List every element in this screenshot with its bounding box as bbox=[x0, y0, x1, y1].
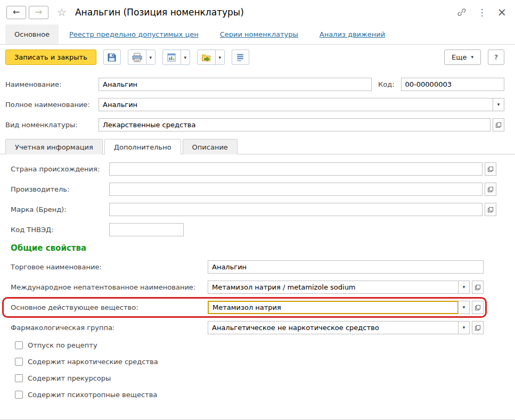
checkbox-prescription-label[interactable]: Отпуск по рецепту bbox=[28, 341, 97, 349]
manufacturer-choose-button[interactable] bbox=[485, 183, 496, 196]
checkbox-psychotropic-label[interactable]: Содержит психотропные вещества bbox=[28, 391, 157, 399]
navigation-bar: Основное Реестр предельно допустимых цен… bbox=[0, 24, 515, 45]
detail-tabstrip: Учетная информация Дополнительно Описани… bbox=[0, 138, 515, 154]
header-form: Наименование: Код: Полное наименование: … bbox=[0, 70, 515, 131]
checkbox-narcotic-label[interactable]: Содержит наркотические средства bbox=[28, 358, 158, 366]
inn-input[interactable] bbox=[208, 281, 459, 294]
pharm-group-label: Фармакологическая группа: bbox=[11, 324, 208, 332]
active-substance-label: Основное действующее вещество: bbox=[11, 303, 208, 311]
field-row-manufacturer: Производитель: bbox=[11, 183, 496, 196]
save-and-close-button[interactable]: Записать и закрыть bbox=[5, 50, 96, 65]
name-label: Наименование: bbox=[5, 80, 99, 88]
trade-name-label: Торговое наименование: bbox=[11, 263, 208, 271]
checkbox-narcotic[interactable] bbox=[15, 358, 23, 366]
checkbox-row-prescription: Отпуск по рецепту bbox=[11, 341, 496, 349]
create-based-on-button-group: ▾ bbox=[197, 50, 225, 65]
manufacturer-input[interactable] bbox=[109, 183, 483, 196]
back-button[interactable]: ← bbox=[6, 6, 26, 19]
country-field-group bbox=[109, 162, 496, 176]
reports-dropdown-button[interactable]: ▾ bbox=[181, 50, 190, 64]
name-input[interactable] bbox=[99, 78, 372, 91]
more-button[interactable]: Еще ▾ bbox=[444, 50, 481, 65]
inn-field-group: ▾ bbox=[208, 281, 484, 294]
pharm-group-dropdown-button[interactable]: ▾ bbox=[458, 321, 470, 334]
inn-label: Международное непатентованное наименован… bbox=[11, 283, 208, 291]
checkbox-precursors-label[interactable]: Содержит прекурсоры bbox=[28, 374, 111, 382]
kind-choose-button[interactable] bbox=[493, 118, 504, 131]
save-button[interactable] bbox=[103, 50, 121, 65]
toolbar: Записать и закрыть bbox=[0, 45, 515, 70]
inn-dropdown-button[interactable]: ▾ bbox=[458, 281, 470, 294]
full-name-dropdown-button[interactable]: ▾ bbox=[493, 98, 504, 111]
folder-arrow-icon bbox=[201, 53, 211, 62]
print-button[interactable] bbox=[128, 50, 146, 64]
create-based-on-button[interactable] bbox=[198, 50, 215, 64]
field-row-trade-name: Торговое наименование: bbox=[11, 260, 484, 274]
active-substance-input[interactable] bbox=[208, 301, 459, 314]
overlapping-squares-icon bbox=[487, 207, 494, 213]
titlebar-actions: ⋮ × bbox=[457, 7, 506, 18]
overlapping-squares-icon bbox=[475, 304, 481, 311]
checkbox-prescription[interactable] bbox=[15, 341, 23, 349]
overlapping-squares-icon bbox=[475, 325, 481, 331]
nav-link-movement-analysis[interactable]: Анализ движений bbox=[320, 30, 385, 38]
field-row-active-substance: Основное действующее вещество: ▾ bbox=[11, 301, 484, 314]
forward-button[interactable]: → bbox=[29, 6, 48, 19]
country-input[interactable] bbox=[109, 162, 483, 176]
pharm-group-field-group: ▾ bbox=[208, 321, 484, 334]
kebab-menu-icon[interactable]: ⋮ bbox=[477, 8, 486, 17]
code-input[interactable] bbox=[401, 78, 504, 91]
overlapping-squares-icon bbox=[487, 186, 494, 193]
favorite-star-icon[interactable]: ☆ bbox=[57, 7, 67, 18]
field-row-name: Наименование: Код: bbox=[5, 78, 504, 91]
reports-button-group: ▾ bbox=[162, 50, 190, 65]
kind-input[interactable] bbox=[99, 118, 491, 131]
manufacturer-field-group bbox=[109, 183, 496, 196]
printer-icon bbox=[132, 53, 142, 62]
nav-link-price-registry[interactable]: Реестр предельно допустимых цен bbox=[69, 30, 199, 38]
tab-additional[interactable]: Дополнительно bbox=[104, 139, 181, 154]
full-name-label: Полное наименование: bbox=[5, 101, 99, 109]
active-substance-dropdown-button[interactable]: ▾ bbox=[458, 301, 470, 314]
brand-input[interactable] bbox=[109, 203, 483, 216]
checkbox-psychotropic[interactable] bbox=[15, 391, 23, 399]
forward-icon: → bbox=[35, 8, 42, 17]
tab-panel-additional: Страна происхождения: Производитель: bbox=[0, 154, 515, 399]
tab-description[interactable]: Описание bbox=[183, 139, 238, 154]
active-substance-choose-button[interactable] bbox=[472, 301, 484, 314]
field-row-inn: Международное непатентованное наименован… bbox=[11, 281, 484, 294]
checkbox-precursors[interactable] bbox=[15, 374, 23, 382]
inn-choose-button[interactable] bbox=[472, 281, 484, 294]
country-choose-button[interactable] bbox=[485, 162, 496, 176]
close-icon[interactable]: × bbox=[497, 7, 506, 18]
pharm-group-choose-button[interactable] bbox=[472, 321, 484, 334]
reports-button[interactable] bbox=[163, 50, 181, 64]
field-row-country: Страна происхождения: bbox=[11, 162, 496, 176]
print-button-group: ▾ bbox=[128, 50, 156, 65]
trade-name-input[interactable] bbox=[208, 260, 484, 274]
checkbox-row-precursors: Содержит прекурсоры bbox=[11, 374, 496, 382]
full-name-field-group: ▾ bbox=[99, 98, 504, 111]
floppy-disk-icon bbox=[107, 53, 117, 62]
pharm-group-input[interactable] bbox=[208, 321, 459, 334]
chevron-down-icon: ▾ bbox=[463, 305, 465, 310]
field-row-brand: Марка (Бренд): bbox=[11, 203, 496, 216]
list-button[interactable] bbox=[232, 50, 249, 65]
nav-link-series[interactable]: Серии номенклатуры bbox=[220, 30, 298, 38]
nav-tab-main[interactable]: Основное bbox=[5, 24, 59, 44]
print-dropdown-button[interactable]: ▾ bbox=[146, 50, 155, 64]
country-label: Страна происхождения: bbox=[11, 165, 109, 173]
create-based-on-dropdown-button[interactable]: ▾ bbox=[215, 50, 224, 64]
active-substance-field-group: ▾ bbox=[208, 301, 484, 314]
brand-field-group bbox=[109, 203, 496, 216]
full-name-input[interactable] bbox=[99, 98, 493, 111]
overlapping-squares-icon bbox=[495, 122, 502, 128]
item-card-window: ← → ☆ Анальгин (Позиция номенклатуры) ⋮ … bbox=[0, 0, 515, 420]
help-button[interactable]: ? bbox=[488, 50, 504, 65]
tnved-input[interactable] bbox=[109, 223, 184, 236]
link-icon[interactable] bbox=[457, 7, 467, 17]
brand-choose-button[interactable] bbox=[485, 203, 496, 216]
tab-accounting-info[interactable]: Учетная информация bbox=[5, 139, 103, 154]
kind-label: Вид номенклатуры: bbox=[5, 121, 99, 129]
page-title: Анальгин (Позиция номенклатуры) bbox=[75, 7, 244, 18]
